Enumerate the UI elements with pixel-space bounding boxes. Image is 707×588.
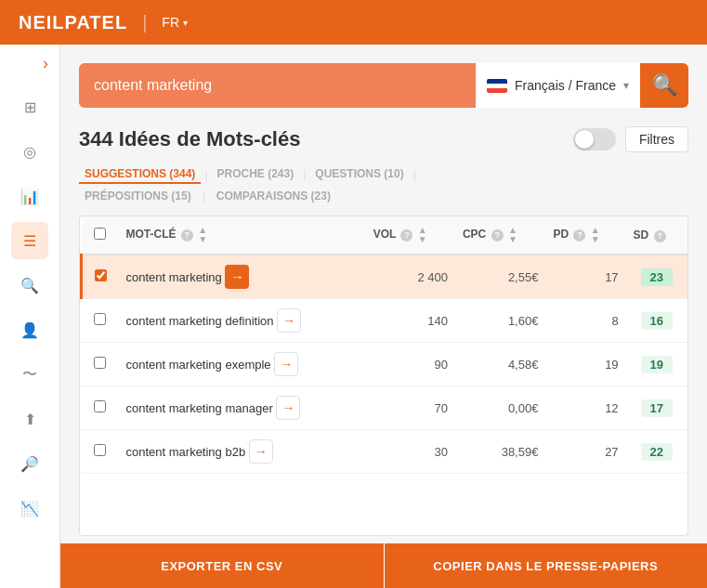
keyword-sort-icon[interactable]: ▲▼ (198, 226, 207, 244)
row-cpc: 2,55€ (455, 255, 545, 299)
language-chevron-icon: ▾ (623, 79, 629, 92)
row-keyword: content marketing definition → (119, 299, 366, 343)
pd-sort-icon[interactable]: ▲▼ (591, 226, 600, 244)
title-row: 344 Idées de Mots-clés Filtres (79, 126, 688, 152)
sidebar-item-upload[interactable]: ⬆ (11, 400, 48, 438)
sidebar: › ⊞ ◎ 📊 ☰ 🔍 👤 〜 ⬆ 🔎 📉 (0, 45, 60, 588)
sidebar-item-wave[interactable]: 〜 (11, 356, 48, 393)
title-actions: Filtres (573, 126, 688, 152)
sidebar-item-magnify[interactable]: 🔎 (11, 445, 48, 482)
chevron-right-icon[interactable]: › (43, 54, 48, 73)
search-input[interactable] (79, 63, 476, 108)
tab-prepositions[interactable]: PRÉPOSITIONS (15) (79, 188, 197, 204)
row-checkbox-cell[interactable] (82, 386, 119, 430)
sidebar-item-users[interactable]: 👤 (11, 311, 48, 348)
table-row: content marketing exemple → 90 4,58€ 19 … (82, 343, 688, 386)
lang-label: FR (162, 15, 179, 30)
row-keyword: content marketing b2b → (119, 430, 366, 474)
keyword-info-icon[interactable]: ? (181, 229, 193, 242)
keyword-arrow-button[interactable]: → (276, 396, 300, 420)
search-button[interactable]: 🔍 (640, 63, 688, 108)
row-pd: 12 (545, 386, 625, 430)
row-checkbox[interactable] (94, 357, 106, 369)
row-keyword: content marketing exemple → (119, 343, 366, 386)
keyword-arrow-button[interactable]: → (274, 352, 298, 376)
row-pd: 8 (545, 299, 625, 343)
sidebar-item-search[interactable]: 🔍 (11, 267, 48, 304)
col-checkbox[interactable] (82, 216, 119, 255)
row-cpc: 0,00€ (455, 386, 545, 430)
filters-button[interactable]: Filtres (625, 126, 688, 152)
row-checkbox[interactable] (94, 444, 106, 456)
sidebar-collapse[interactable]: › (0, 54, 59, 73)
tab-questions[interactable]: QUESTIONS (10) (309, 165, 409, 184)
tab-suggestions[interactable]: SUGGESTIONS (344) (79, 165, 201, 184)
row-sd: 22 (626, 430, 687, 474)
sd-badge: 19 (641, 356, 673, 373)
sidebar-item-chart[interactable]: 📊 (11, 177, 48, 215)
select-all-checkbox[interactable] (94, 228, 106, 240)
row-pd: 19 (545, 343, 625, 386)
vol-sort-icon[interactable]: ▲▼ (418, 226, 427, 244)
row-checkbox[interactable] (95, 269, 107, 281)
lang-selector[interactable]: FR ▾ (162, 15, 188, 30)
row-sd: 19 (626, 343, 687, 386)
search-icon: 🔍 (652, 73, 677, 98)
table-row: content marketing definition → 140 1,60€… (82, 299, 688, 343)
keyword-arrow-button[interactable]: → (225, 265, 249, 289)
row-checkbox-cell[interactable] (82, 299, 119, 343)
sidebar-item-analytics[interactable]: 📉 (11, 490, 48, 527)
table-header: MOT-CLÉ ? ▲▼ VOL ? ▲▼ CP (82, 216, 688, 255)
col-cpc[interactable]: CPC ? ▲▼ (455, 216, 545, 255)
col-vol[interactable]: VOL ? ▲▼ (366, 216, 455, 255)
export-csv-button[interactable]: EXPORTER EN CSV (60, 543, 385, 588)
row-checkbox-cell[interactable] (82, 255, 119, 299)
logo: NEILPATEL (19, 12, 127, 33)
row-checkbox-cell[interactable] (82, 343, 119, 386)
row-keyword: content marketing manager → (119, 386, 366, 430)
row-keyword: content marketing → (119, 255, 366, 299)
main-content: Français / France ▾ 🔍 344 Idées de Mots-… (60, 45, 707, 588)
sd-badge: 22 (641, 443, 673, 461)
row-vol: 2 400 (366, 255, 455, 299)
row-sd: 17 (626, 386, 687, 430)
row-checkbox[interactable] (94, 313, 106, 325)
row-vol: 140 (366, 299, 455, 343)
sd-info-icon[interactable]: ? (654, 230, 666, 242)
table-row: content marketing manager → 70 0,00€ 12 … (82, 386, 688, 430)
tabs-bar: SUGGESTIONS (344) | PROCHE (243) | QUEST… (79, 165, 688, 204)
sd-badge: 16 (641, 312, 673, 330)
table-row: content marketing b2b → 30 38,59€ 27 22 (82, 430, 688, 474)
app-header: NEILPATEL | FR ▾ (0, 0, 707, 45)
language-label: Français / France (515, 78, 616, 93)
france-flag-icon (487, 79, 507, 93)
language-selector[interactable]: Français / France ▾ (476, 63, 640, 108)
footer-actions: EXPORTER EN CSV COPIER DANS LE PRESSE-PA… (60, 543, 707, 588)
toggle-switch[interactable] (573, 128, 616, 150)
row-pd: 27 (545, 430, 625, 474)
copy-clipboard-button[interactable]: COPIER DANS LE PRESSE-PAPIERS (385, 543, 708, 588)
sidebar-item-keywords[interactable]: ☰ (11, 222, 48, 259)
tab-comparaisons[interactable]: COMPARAISONS (23) (211, 188, 336, 204)
sd-badge: 23 (641, 268, 673, 286)
pd-info-icon[interactable]: ? (573, 229, 585, 242)
search-bar: Français / France ▾ 🔍 (79, 63, 688, 108)
table-row: content marketing → 2 400 2,55€ 17 23 (82, 255, 688, 299)
row-vol: 70 (366, 386, 455, 430)
row-sd: 23 (626, 255, 687, 299)
sidebar-item-target[interactable]: ◎ (11, 133, 48, 170)
cpc-sort-icon[interactable]: ▲▼ (508, 226, 517, 244)
row-checkbox-cell[interactable] (82, 430, 119, 474)
keyword-arrow-button[interactable]: → (277, 308, 301, 333)
col-pd[interactable]: PD ? ▲▼ (545, 216, 625, 255)
tab-proche[interactable]: PROCHE (243) (212, 165, 300, 184)
row-cpc: 4,58€ (455, 343, 545, 386)
lang-chevron-icon: ▾ (183, 18, 188, 28)
keyword-arrow-button[interactable]: → (249, 439, 273, 464)
cpc-info-icon[interactable]: ? (491, 229, 504, 242)
col-keyword[interactable]: MOT-CLÉ ? ▲▼ (119, 216, 366, 255)
col-sd: SD ? (626, 216, 687, 255)
row-checkbox[interactable] (94, 400, 106, 412)
vol-info-icon[interactable]: ? (400, 229, 412, 242)
sidebar-item-grid[interactable]: ⊞ (11, 88, 48, 125)
